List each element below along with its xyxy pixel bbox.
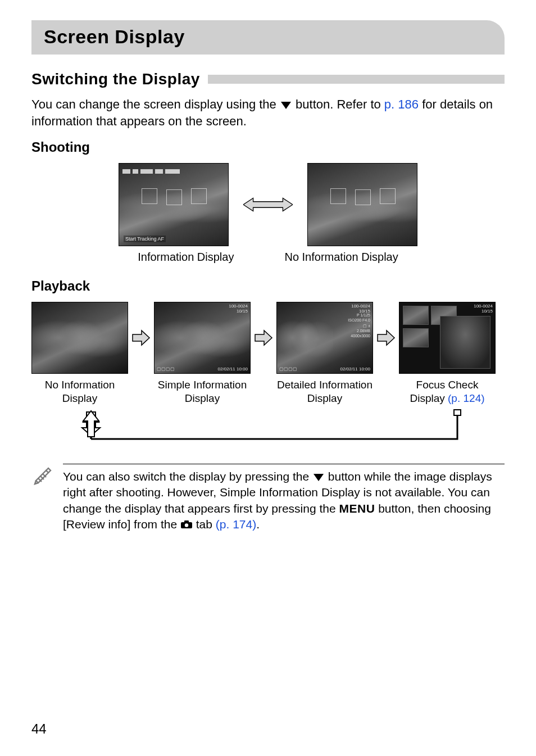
intro-mid: button. Refer to	[296, 97, 384, 111]
section-heading: Switching the Display	[31, 70, 200, 88]
playback-caption-1: Simple Information Display	[154, 378, 251, 405]
menu-label-icon: MENU	[339, 502, 375, 515]
cap-line2: Display	[307, 392, 342, 404]
thumb-people-silhouette	[32, 302, 128, 373]
caption-spacer	[131, 378, 151, 405]
playback-figure: 100-002410/15 ▢▢▢▢02/02/11 10:00 100-002…	[31, 302, 505, 374]
note-pre: You can also switch the display by press…	[63, 470, 312, 483]
camera-tab-icon	[180, 517, 193, 533]
intro-paragraph: You can change the screen display using …	[31, 96, 505, 129]
shooting-caption-left: Information Display	[138, 251, 234, 264]
caption-spacer	[376, 378, 396, 405]
note-text: You can also switch the display by press…	[63, 464, 505, 533]
thumb-overlay-text: ▢▢▢▢02/02/11 10:00	[279, 366, 370, 372]
af-frame-icon	[191, 188, 207, 204]
playback-caption-2: Detailed Information Display	[276, 378, 373, 405]
note-page-link[interactable]: (p. 174)	[216, 518, 256, 531]
svg-marker-2	[255, 331, 272, 345]
shooting-captions: Information Display No Information Displ…	[31, 251, 505, 264]
svg-marker-0	[243, 198, 293, 211]
right-arrow-icon	[254, 329, 273, 346]
svg-rect-15	[184, 520, 189, 523]
focus-mini-thumb	[403, 306, 429, 325]
shooting-thumb-noinfo	[307, 163, 417, 246]
down-button-icon	[314, 474, 324, 481]
section-heading-row: Switching the Display	[31, 70, 505, 88]
cap-line2: Display	[185, 392, 220, 404]
af-frame-icon	[166, 189, 182, 205]
note-end: .	[256, 518, 260, 531]
playback-captions-row: No Information Display Simple Informatio…	[31, 378, 505, 405]
cap-line1: Simple Information	[158, 379, 247, 391]
intro-page-link[interactable]: p. 186	[384, 97, 419, 111]
thumb-overlay-text: 100-002410/15	[229, 304, 248, 314]
playback-caption-3: Focus Check Display (p. 124)	[399, 378, 496, 405]
intro-pre: You can change the screen display using …	[31, 97, 280, 111]
thumb-overlay-label: Start Tracking AF	[124, 236, 166, 242]
page-title: Screen Display	[44, 26, 492, 48]
cap-line2: Display	[62, 392, 97, 404]
shooting-thumb-info: Start Tracking AF	[119, 163, 229, 246]
playback-thumb-detailed: 100-002410/15 P 1/125ISO200 F4.0▢ ±2.08M…	[276, 302, 373, 374]
af-frame-icon	[142, 188, 157, 204]
cap-line1: Detailed Information	[277, 379, 373, 391]
right-arrow-icon	[376, 329, 396, 346]
page-number: 44	[31, 721, 47, 737]
thumb-people-silhouette	[277, 302, 333, 373]
page-title-band: Screen Display	[31, 20, 505, 55]
cap-line2: Display	[410, 392, 448, 404]
loopback-arrow	[31, 409, 505, 449]
playback-thumb-simple: 100-002410/15 ▢▢▢▢02/02/11 10:00	[154, 302, 251, 374]
focus-check-page-link[interactable]: (p. 124)	[448, 392, 484, 404]
right-arrow-icon	[131, 329, 151, 346]
af-frame-icon	[380, 188, 396, 204]
focus-mini-thumb	[403, 328, 429, 347]
playback-thumb-focus: 100-002410/15	[399, 302, 496, 374]
playback-caption-0: No Information Display	[31, 378, 128, 405]
cap-line1: Focus Check	[416, 379, 479, 391]
shooting-heading: Shooting	[31, 139, 505, 155]
svg-marker-1	[133, 331, 149, 345]
thumb-top-overlay	[122, 166, 225, 173]
shooting-caption-right: No Information Display	[284, 251, 398, 264]
shooting-figure: Start Tracking AF	[31, 163, 505, 246]
note-block: You can also switch the display by press…	[31, 464, 505, 533]
af-frame-icon	[355, 189, 371, 205]
down-button-icon	[281, 102, 291, 109]
svg-marker-9	[83, 411, 99, 437]
playback-heading: Playback	[31, 278, 505, 294]
thumb-overlay-text: P 1/125ISO200 F4.0▢ ±2.08MB4000x3000	[348, 313, 370, 338]
double-arrow-icon	[243, 196, 293, 213]
caption-spacer	[254, 378, 273, 405]
note-post: tab	[196, 518, 216, 531]
heading-rule	[208, 75, 505, 84]
focus-zoom-thumb	[440, 316, 490, 369]
af-frame-icon	[330, 188, 346, 204]
svg-rect-4	[454, 410, 461, 415]
cap-line1: No Information	[45, 379, 115, 391]
playback-thumb-noinfo	[31, 302, 128, 374]
svg-point-16	[185, 523, 188, 527]
thumb-overlay-text: 100-002410/15	[474, 304, 493, 314]
thumb-overlay-text: ▢▢▢▢02/02/11 10:00	[157, 366, 248, 372]
svg-marker-3	[378, 331, 394, 345]
pencil-note-icon	[31, 464, 54, 488]
